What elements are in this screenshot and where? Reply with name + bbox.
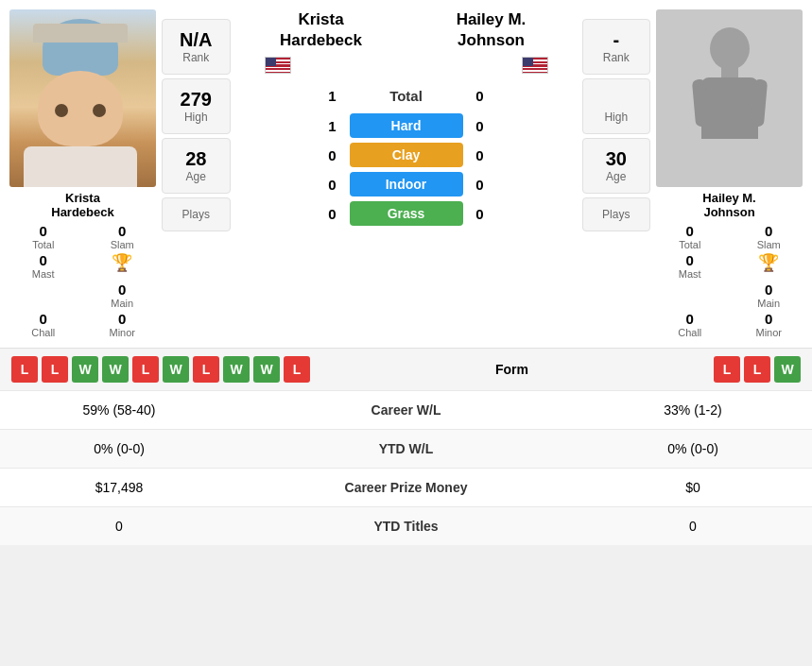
vs-indoor-row: 0 Indoor 0: [236, 172, 577, 196]
ytd-titles-label: YTD Titles: [223, 519, 589, 534]
ytd-wl-right: 0% (0-0): [589, 441, 797, 456]
form-bar: LLWWLWLWWL Form LLW: [0, 348, 812, 390]
form-badge-l: L: [132, 356, 159, 383]
right-minor-stat: 0 Minor: [735, 311, 803, 338]
right-main-stat: 0 Main: [735, 282, 803, 309]
career-prize-row: $17,498 Career Prize Money $0: [0, 468, 812, 506]
career-prize-left: $17,498: [15, 480, 223, 495]
form-badge-w: W: [223, 356, 250, 383]
form-badge-l: L: [11, 356, 38, 383]
career-prize-label: Career Prize Money: [223, 480, 589, 495]
career-wl-row: 59% (58-40) Career W/L 33% (1-2): [0, 390, 812, 429]
center-col: Krista Hardebeck Hailey M. Johnson 1 Tot…: [236, 9, 577, 338]
career-wl-right: 33% (1-2): [589, 402, 797, 418]
player-left-col: Krista Hardebeck 0 Total 0 Slam 0 Mast 🏆: [9, 9, 156, 338]
left-name-header: Krista Hardebeck: [236, 9, 406, 51]
vs-total-row: 1 Total 0: [236, 83, 577, 109]
right-total-stat: 0 Total: [656, 223, 724, 250]
player-left-stats: 0 Total 0 Slam 0 Mast 🏆 0 Main: [9, 223, 156, 338]
left-chall-stat: 0 Chall: [9, 311, 78, 338]
vs-clay-row: 0 Clay 0: [236, 143, 577, 167]
right-high-card: High: [582, 78, 651, 134]
right-stats-cards: - Rank High 30 Age Plays: [582, 9, 651, 338]
left-main-stat: 0 Main: [89, 282, 157, 309]
ytd-wl-left: 0% (0-0): [15, 441, 223, 456]
player-left-photo: [9, 9, 156, 187]
right-chall-stat: 0 Chall: [656, 311, 724, 338]
player-right-stats: 0 Total 0 Slam 0 Mast 🏆 0 Main: [656, 223, 803, 338]
left-minor-stat: 0 Minor: [89, 311, 157, 338]
form-badge-l: L: [284, 356, 310, 383]
right-name-header: Hailey M. Johnson: [406, 9, 577, 51]
vs-section: 1 Total 0 1 Hard 0 0 Clay 0 0: [236, 83, 577, 226]
bottom-stats: 59% (58-40) Career W/L 33% (1-2) 0% (0-0…: [0, 390, 812, 545]
left-total-stat: 0 Total: [9, 223, 78, 250]
right-rank-card: - Rank: [582, 19, 651, 75]
form-badge-l: L: [42, 356, 68, 383]
left-mast-stat: 0 Mast: [9, 252, 78, 280]
form-badge-w: W: [774, 356, 801, 383]
player-right-name: Hailey M. Johnson: [702, 191, 755, 219]
form-label: Form: [314, 362, 710, 377]
form-badge-l: L: [193, 356, 219, 383]
player-left-name: Krista Hardebeck: [51, 191, 113, 219]
left-flag: [265, 57, 291, 74]
form-badge-w: W: [253, 356, 280, 383]
left-age-card: 28 Age: [162, 138, 231, 194]
ytd-titles-row: 0 YTD Titles 0: [0, 506, 812, 545]
form-badge-w: W: [163, 356, 189, 383]
player-right-photo: [656, 9, 803, 187]
left-stats-cards: N/A Rank 279 High 28 Age Plays: [162, 9, 231, 338]
form-badge-l: L: [744, 356, 770, 383]
vs-hard-row: 1 Hard 0: [236, 113, 577, 138]
left-plays-card: Plays: [162, 197, 231, 231]
ytd-wl-row: 0% (0-0) YTD W/L 0% (0-0): [0, 429, 812, 468]
form-badge-l: L: [714, 356, 740, 383]
ytd-titles-right: 0: [589, 519, 797, 534]
left-high-card: 279 High: [162, 78, 231, 134]
ytd-wl-label: YTD W/L: [223, 441, 589, 456]
form-badge-w: W: [102, 356, 129, 383]
right-trophy-icon: 🏆: [758, 252, 779, 273]
left-form-group: LLWWLWLWWL: [11, 356, 310, 383]
left-slam-stat: 0 Slam: [89, 223, 157, 250]
form-badge-w: W: [72, 356, 98, 383]
right-age-card: 30 Age: [582, 138, 651, 194]
right-mast-stat: 0 Mast: [656, 252, 724, 280]
player-right-col: Hailey M. Johnson 0 Total 0 Slam 0 Mast …: [656, 9, 803, 338]
right-plays-card: Plays: [582, 197, 651, 231]
career-wl-label: Career W/L: [223, 402, 589, 418]
career-prize-right: $0: [589, 480, 797, 495]
left-trophy-icon: 🏆: [112, 252, 132, 273]
career-wl-left: 59% (58-40): [15, 402, 223, 418]
right-slam-stat: 0 Slam: [735, 223, 803, 250]
right-form-group: LLW: [714, 356, 801, 383]
ytd-titles-left: 0: [15, 519, 223, 534]
left-rank-card: N/A Rank: [162, 19, 231, 75]
right-flag: [522, 57, 548, 74]
vs-grass-row: 0 Grass 0: [236, 201, 577, 226]
